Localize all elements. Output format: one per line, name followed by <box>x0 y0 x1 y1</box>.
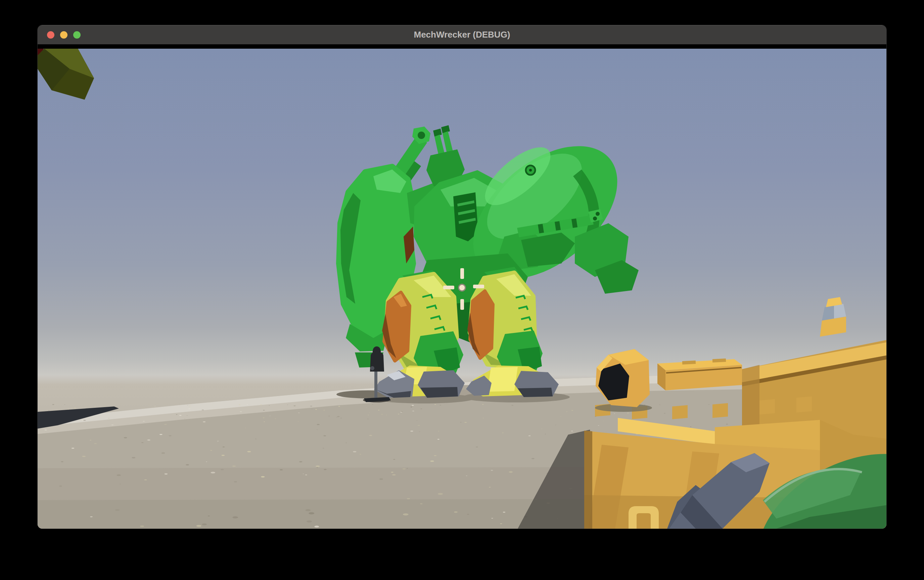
desktop-background: MechWrecker (DEBUG) <box>0 0 924 580</box>
green-mech <box>339 120 642 398</box>
scene-canvas <box>38 49 886 529</box>
app-window: MechWrecker (DEBUG) <box>38 25 886 529</box>
olive-debris <box>38 49 94 100</box>
window-title: MechWrecker (DEBUG) <box>38 25 886 44</box>
titlebar-gap <box>38 44 886 49</box>
window-titlebar[interactable]: MechWrecker (DEBUG) <box>38 25 886 44</box>
long-crate <box>657 358 742 391</box>
game-viewport[interactable] <box>38 49 886 529</box>
